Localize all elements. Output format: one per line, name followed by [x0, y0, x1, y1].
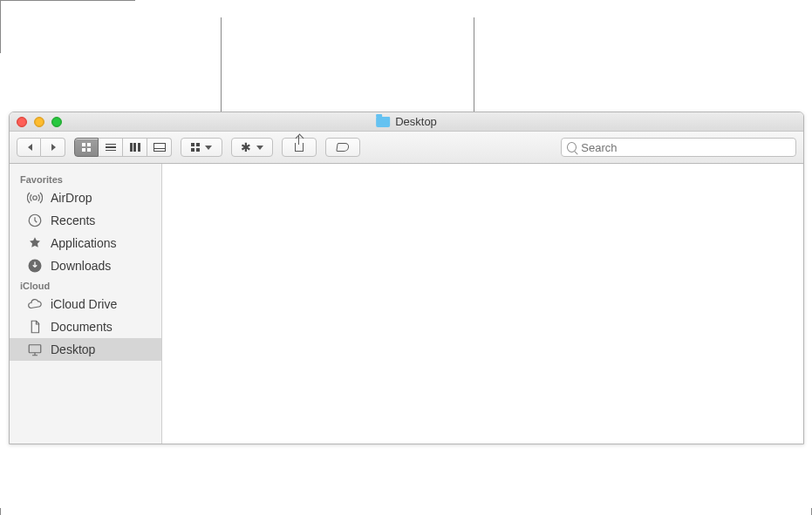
forward-button[interactable]	[41, 138, 65, 157]
sidebar-item-documents[interactable]: Documents	[10, 315, 161, 338]
list-view-button[interactable]	[99, 138, 123, 157]
toolbar	[10, 132, 803, 164]
annotation-line	[221, 17, 222, 118]
sidebar-item-label: Desktop	[51, 342, 95, 356]
sidebar-item-label: AirDrop	[51, 191, 92, 205]
svg-rect-3	[29, 345, 41, 353]
sidebar-section-header: Favorites	[10, 171, 161, 186]
airdrop-icon	[27, 190, 43, 206]
view-mode-group	[74, 138, 172, 157]
sidebar: FavoritesAirDropRecentsApplicationsDownl…	[10, 164, 162, 444]
svg-point-0	[33, 196, 38, 200]
sidebar-item-label: Downloads	[51, 259, 111, 273]
nav-group	[17, 138, 65, 157]
search-input[interactable]	[581, 141, 790, 154]
tag-icon	[336, 143, 349, 152]
coverflow-view-button[interactable]	[147, 138, 172, 157]
documents-icon	[27, 319, 43, 335]
sidebar-item-desktop[interactable]: Desktop	[10, 338, 161, 361]
sidebar-item-recents[interactable]: Recents	[10, 209, 161, 232]
arrange-button[interactable]	[181, 138, 222, 157]
grid-icon	[82, 143, 91, 152]
applications-icon	[27, 235, 43, 251]
coverflow-icon	[154, 143, 166, 152]
window-title-text: Desktop	[395, 115, 437, 128]
minimize-button[interactable]	[34, 117, 44, 127]
traffic-lights	[10, 117, 62, 127]
list-icon	[106, 144, 116, 152]
sidebar-item-label: Applications	[51, 236, 117, 250]
file-grid	[162, 164, 803, 444]
close-button[interactable]	[17, 117, 27, 127]
column-view-button[interactable]	[123, 138, 147, 157]
icloud-icon	[27, 296, 43, 312]
chevron-down-icon	[256, 146, 263, 150]
sidebar-item-icloud-drive[interactable]: iCloud Drive	[10, 293, 161, 315]
search-field[interactable]	[561, 138, 796, 157]
annotation-line	[0, 1, 1, 53]
back-button[interactable]	[17, 138, 41, 157]
titlebar[interactable]: Desktop	[10, 112, 803, 132]
sidebar-item-downloads[interactable]: Downloads	[10, 254, 161, 277]
recents-icon	[27, 213, 43, 228]
downloads-icon	[27, 258, 43, 274]
desktop-icon	[27, 342, 43, 357]
sidebar-section-header: iCloud	[10, 277, 161, 293]
sidebar-item-applications[interactable]: Applications	[10, 232, 161, 254]
tags-button[interactable]	[325, 138, 360, 157]
action-button[interactable]	[231, 138, 273, 157]
annotation-line	[474, 17, 474, 118]
search-icon	[567, 142, 577, 152]
share-icon	[295, 143, 304, 152]
finder-window: Desktop FavoritesAirDropRecentsApplicati…	[9, 112, 804, 444]
sidebar-item-airdrop[interactable]: AirDrop	[10, 186, 161, 209]
maximize-button[interactable]	[51, 117, 62, 127]
columns-icon	[130, 143, 140, 152]
share-button[interactable]	[282, 138, 317, 157]
chevron-down-icon	[205, 146, 212, 150]
sidebar-item-label: Recents	[51, 213, 95, 227]
folder-icon	[376, 117, 390, 127]
annotation-line	[0, 0, 135, 1]
window-title: Desktop	[376, 115, 437, 128]
icon-view-button[interactable]	[74, 138, 99, 157]
sidebar-item-label: iCloud Drive	[51, 297, 117, 311]
grid-icon	[191, 143, 200, 152]
sidebar-item-label: Documents	[51, 320, 113, 334]
chevron-right-icon	[51, 144, 56, 151]
gear-icon	[241, 141, 251, 153]
chevron-left-icon	[28, 144, 32, 151]
